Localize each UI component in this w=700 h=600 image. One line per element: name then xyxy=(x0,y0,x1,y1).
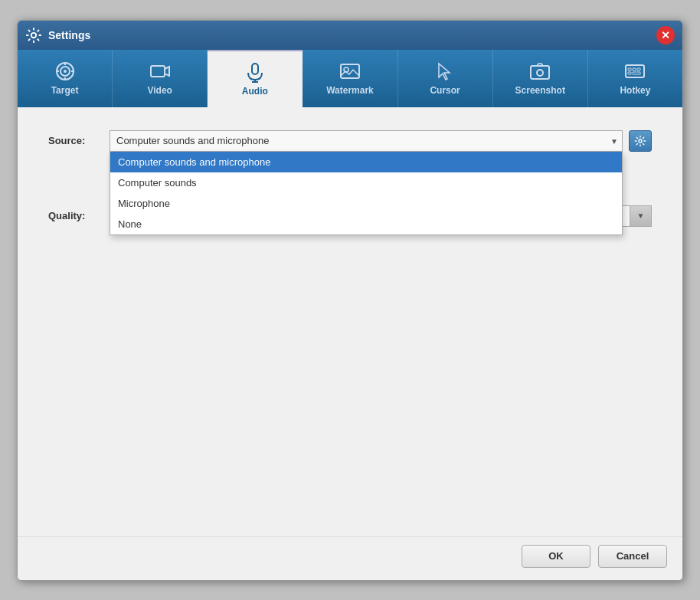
source-label: Source: xyxy=(48,135,110,146)
hotkey-icon xyxy=(624,61,646,82)
tab-hotkey-label: Hotkey xyxy=(620,85,650,96)
watermark-icon xyxy=(339,61,361,82)
audio-icon xyxy=(244,61,266,83)
dialog-title: Settings xyxy=(48,29,656,41)
dropdown-option-3[interactable]: Microphone xyxy=(110,193,622,214)
svg-rect-22 xyxy=(628,72,631,74)
tab-target[interactable]: Target xyxy=(18,50,113,107)
tab-watermark[interactable]: Watermark xyxy=(303,50,397,107)
svg-point-3 xyxy=(64,70,67,73)
svg-point-17 xyxy=(537,70,543,76)
tab-hotkey[interactable]: Hotkey xyxy=(588,50,682,107)
dropdown-arrow-icon: ▼ xyxy=(610,136,618,145)
tab-screenshot-label: Screenshot xyxy=(515,85,565,96)
svg-rect-8 xyxy=(151,66,165,77)
tab-target-label: Target xyxy=(51,85,79,96)
svg-rect-20 xyxy=(633,68,636,70)
target-icon xyxy=(54,61,76,82)
svg-rect-18 xyxy=(626,65,644,77)
title-bar: Settings ✕ xyxy=(18,21,682,50)
dropdown-option-1[interactable]: Computer sounds and microphone xyxy=(110,152,622,172)
svg-marker-9 xyxy=(165,67,169,76)
source-control: Computer sounds and microphone ▼ Compute… xyxy=(110,130,652,152)
svg-marker-15 xyxy=(439,64,450,80)
tab-screenshot[interactable]: Screenshot xyxy=(493,50,588,107)
svg-point-0 xyxy=(31,32,36,37)
settings-dialog: Settings ✕ Target Video xyxy=(17,20,683,581)
quality-label: Quality: xyxy=(48,210,110,221)
dropdown-option-2[interactable]: Computer sounds xyxy=(110,172,622,193)
source-dropdown[interactable]: Computer sounds and microphone ▼ xyxy=(110,130,623,152)
close-button[interactable]: ✕ xyxy=(656,26,675,44)
source-dropdown-list: Computer sounds and microphone Computer … xyxy=(110,152,623,235)
source-row: Source: Computer sounds and microphone ▼… xyxy=(48,130,652,152)
source-selected-value: Computer sounds and microphone xyxy=(116,135,269,146)
tab-bar: Target Video Audio xyxy=(18,50,682,107)
cancel-button[interactable]: Cancel xyxy=(598,545,667,568)
svg-rect-13 xyxy=(341,64,359,78)
svg-rect-21 xyxy=(637,68,640,70)
tab-cursor-label: Cursor xyxy=(430,85,460,96)
svg-point-24 xyxy=(639,139,642,143)
tab-video-label: Video xyxy=(147,85,172,96)
svg-rect-19 xyxy=(628,68,631,70)
screenshot-icon xyxy=(529,61,551,82)
tab-audio[interactable]: Audio xyxy=(208,50,303,107)
tab-video[interactable]: Video xyxy=(113,50,208,107)
audio-content: Source: Computer sounds and microphone ▼… xyxy=(18,107,682,536)
video-icon xyxy=(149,61,171,82)
tab-cursor[interactable]: Cursor xyxy=(398,50,493,107)
tab-watermark-label: Watermark xyxy=(326,85,374,96)
gear-title-icon xyxy=(25,27,42,44)
dropdown-option-4[interactable]: None xyxy=(110,214,622,234)
svg-rect-10 xyxy=(252,64,258,74)
source-dropdown-wrapper: Computer sounds and microphone ▼ Compute… xyxy=(110,130,623,152)
cursor-icon xyxy=(434,61,456,82)
source-settings-button[interactable] xyxy=(629,130,652,152)
tab-audio-label: Audio xyxy=(242,86,268,97)
svg-rect-23 xyxy=(633,72,640,74)
ok-button[interactable]: OK xyxy=(522,545,590,568)
gear-btn-icon xyxy=(634,135,646,147)
svg-rect-16 xyxy=(531,66,549,79)
quality-arrow-icon: ▼ xyxy=(630,206,651,226)
dialog-footer: OK Cancel xyxy=(18,536,682,580)
